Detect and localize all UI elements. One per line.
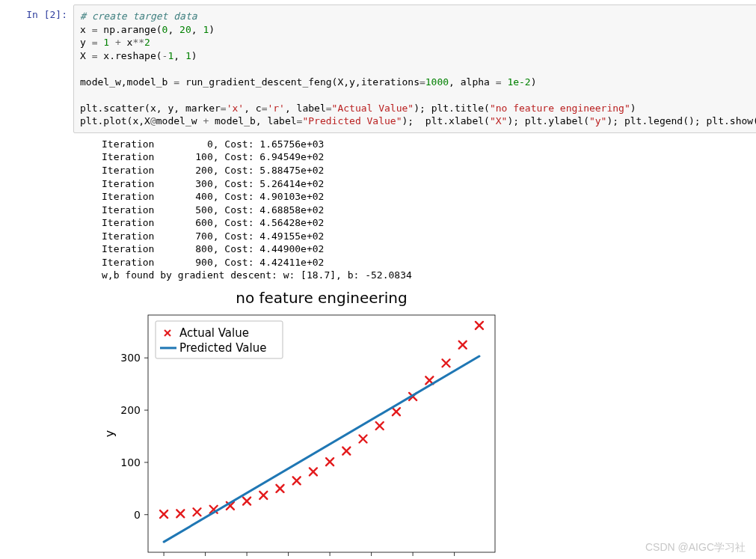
code-str: "no feature engineering"	[490, 103, 630, 114]
code-text: model_b, label	[209, 115, 296, 126]
code-text: model_w	[156, 115, 203, 126]
code-num: 1	[185, 50, 191, 61]
svg-text:300: 300	[120, 352, 141, 364]
code-text: ,	[173, 50, 185, 61]
code-num: 1e-2	[507, 76, 530, 88]
code-text: x	[80, 24, 92, 35]
code-text: , alpha	[449, 76, 496, 88]
code-text: ,	[168, 24, 179, 35]
svg-text:Predicted Value: Predicted Value	[179, 341, 266, 355]
svg-text:Actual Value: Actual Value	[179, 326, 249, 340]
code-input-area[interactable]: # create target data x = np.arange(0, 20…	[73, 4, 756, 133]
code-text: plt.plot(x,X	[80, 115, 150, 126]
code-text: )	[191, 50, 197, 61]
code-text: run_gradient_descent_feng(X,y,iterations	[179, 76, 420, 88]
code-text: ); plt.xlabel(	[402, 115, 490, 126]
code-str: "X"	[490, 115, 507, 126]
code-text: ); plt.title(	[414, 103, 490, 114]
svg-text:100: 100	[120, 456, 141, 468]
code-op: **	[132, 37, 144, 48]
code-str: 'r'	[267, 103, 284, 114]
code-str: 'x'	[227, 103, 244, 114]
code-text: ,	[191, 24, 203, 35]
svg-text:200: 200	[120, 404, 141, 416]
code-num: 2	[144, 37, 150, 48]
code-num: 1	[103, 37, 109, 48]
watermark: CSDN @AIGC学习社	[645, 541, 746, 555]
code-str: "y"	[589, 115, 606, 126]
code-str: "Predicted Value"	[302, 115, 402, 126]
stdout-output: Iteration 0, Cost: 1.65756e+03 Iteration…	[73, 138, 750, 282]
code-str: "Actual Value"	[332, 103, 414, 114]
code-text: x.reshape(	[97, 50, 162, 61]
code-text: , label	[285, 103, 326, 114]
code-cell: In [2]: # create target data x = np.aran…	[6, 4, 750, 133]
svg-text:0: 0	[134, 509, 141, 521]
code-op: =	[496, 76, 502, 88]
code-op: =	[221, 103, 227, 114]
code-text: ); plt.legend(); plt.show()	[606, 115, 756, 126]
code-text: y	[80, 37, 92, 48]
code-text	[109, 37, 115, 48]
code-num: 20	[179, 24, 191, 35]
code-text: X	[80, 50, 92, 61]
code-op: =	[420, 76, 425, 88]
code-text: )	[531, 76, 537, 88]
code-text: model_w,model_b	[80, 76, 173, 88]
code-comment: # create target data	[80, 10, 197, 22]
code-text: ); plt.ylabel(	[507, 115, 589, 126]
code-text: np.arange(	[97, 24, 162, 35]
code-num: 1000	[425, 76, 449, 88]
input-prompt: In [2]:	[6, 4, 73, 20]
code-op: =	[326, 103, 332, 114]
code-text: plt.scatter(x, y, marker	[80, 103, 221, 114]
code-op: +	[115, 37, 121, 48]
code-op: @	[150, 115, 156, 126]
code-text: )	[209, 24, 215, 35]
code-text: , c	[244, 103, 261, 114]
code-text: )	[630, 103, 636, 114]
code-text: x	[121, 37, 133, 48]
svg-text:no feature engineering: no feature engineering	[236, 289, 408, 307]
figure-output: no feature engineering0.02.55.07.510.012…	[102, 288, 750, 559]
svg-text:y: y	[102, 430, 117, 437]
chart-svg: no feature engineering0.02.55.07.510.012…	[102, 288, 505, 559]
code-op: =	[173, 76, 179, 88]
